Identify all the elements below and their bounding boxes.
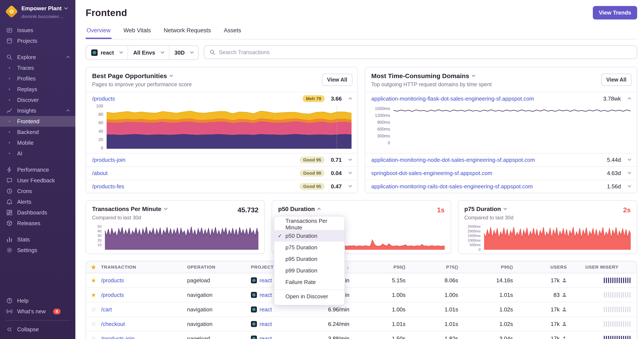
sidebar-item-mobile[interactable]: Mobile — [0, 137, 75, 148]
column-header-operation[interactable]: OPERATION — [187, 265, 251, 270]
project-link[interactable]: react — [260, 306, 272, 313]
p75-cell: 1.01s — [410, 321, 462, 328]
view-all-pages-button[interactable]: View All — [322, 74, 352, 86]
column-header-p75-[interactable]: P75() — [410, 265, 462, 270]
search-transactions[interactable] — [204, 45, 637, 59]
sidebar-item-settings[interactable]: Settings — [0, 245, 75, 256]
menu-item-open-in-discover[interactable]: Open in Discover — [274, 290, 344, 303]
sidebar-item-releases[interactable]: Releases — [0, 218, 75, 229]
menu-item-failure-rate[interactable]: Failure Rate — [274, 276, 344, 288]
chevron-up-icon[interactable] — [628, 97, 631, 101]
sidebar-item-alerts[interactable]: Alerts — [0, 196, 75, 207]
star-empty-icon[interactable]: ☆ — [86, 321, 101, 328]
project-link[interactable]: react — [260, 277, 272, 284]
project-filter[interactable]: react — [86, 46, 128, 59]
org-switcher[interactable]: Empower Plant dominik.buszowiec… — [0, 0, 75, 25]
project-link[interactable]: react — [260, 292, 272, 298]
sidebar-item-profiles[interactable]: Profiles — [0, 73, 75, 84]
column-header-users[interactable]: USERS — [517, 265, 571, 270]
star-empty-icon[interactable]: ☆ — [86, 306, 101, 313]
menu-item-transactions-per-minute[interactable]: Transactions Per Minute — [274, 219, 344, 230]
domain-link[interactable]: application-monitoring-rails-dot-sales-e… — [371, 183, 533, 190]
transaction-link[interactable]: /products-join — [101, 335, 134, 339]
sidebar-item-help[interactable]: Help — [0, 295, 75, 306]
page-link[interactable]: /about — [92, 170, 108, 177]
column-header-transaction[interactable]: TRANSACTION — [101, 265, 187, 270]
chevron-down-icon[interactable] — [348, 184, 352, 187]
domain-link[interactable]: application-monitoring-node-dot-sales-en… — [371, 157, 535, 163]
sidebar-item-crons[interactable]: Crons — [0, 186, 75, 196]
stats-icon — [6, 236, 13, 243]
star-empty-icon[interactable]: ☆ — [86, 335, 101, 339]
tab-overview[interactable]: Overview — [86, 24, 112, 39]
view-trends-button[interactable]: View Trends — [593, 6, 637, 19]
tab-web-vitals[interactable]: Web Vitals — [123, 24, 152, 39]
date-range-filter[interactable]: 30D — [169, 46, 198, 59]
bullet-icon — [6, 96, 13, 103]
chevron-down-icon[interactable] — [628, 184, 631, 187]
page-link[interactable]: /products-fes — [92, 183, 124, 190]
project-link[interactable]: react — [260, 321, 272, 328]
transaction-link[interactable]: /products — [101, 277, 124, 284]
chevron-up-icon[interactable] — [348, 97, 352, 101]
star-filled-icon[interactable]: ★ — [86, 292, 101, 299]
menu-item-p95-duration[interactable]: p95 Duration — [274, 253, 344, 265]
menu-item-p50-duration[interactable]: ✓p50 Duration — [274, 230, 344, 242]
row-metrics: 5.44d — [601, 157, 631, 163]
axis-tick: 40 — [98, 129, 103, 133]
row-line: /aboutGood 990.04 — [92, 167, 352, 180]
sidebar-item-dashboards[interactable]: Dashboards — [0, 207, 75, 218]
misery-bar — [616, 278, 618, 283]
environment-filter[interactable]: All Envs — [128, 46, 169, 59]
tab-network-requests[interactable]: Network Requests — [163, 24, 212, 39]
sidebar-item-issues[interactable]: Issues — [0, 25, 75, 35]
project-link[interactable]: react — [260, 335, 272, 339]
transaction-link[interactable]: /products — [101, 292, 124, 298]
misery-bar — [604, 307, 605, 312]
help-icon — [6, 297, 13, 304]
column-header-user-misery[interactable]: USER MISERY — [571, 265, 637, 270]
sidebar-item-frontend[interactable]: Frontend — [0, 116, 75, 127]
view-all-domains-button[interactable]: View All — [601, 74, 632, 86]
metric-selector[interactable]: p75 Duration — [464, 206, 631, 213]
page-link[interactable]: /products — [92, 95, 115, 102]
chevron-down-icon[interactable] — [628, 157, 631, 161]
sidebar-item-discover[interactable]: Discover — [0, 95, 75, 105]
sidebar-item-stats[interactable]: Stats — [0, 234, 75, 245]
domain-link[interactable]: application-monitoring-flask-dot-sales-e… — [371, 95, 534, 102]
domain-link[interactable]: springboot-dot-sales-engineering-sf.apps… — [371, 170, 492, 177]
sidebar-item-collapse[interactable]: Collapse — [0, 324, 75, 335]
sidebar-item-user-feedback[interactable]: User Feedback — [0, 175, 75, 186]
sidebar-item-performance[interactable]: Performance — [0, 164, 75, 175]
search-input[interactable] — [219, 49, 632, 56]
sidebar-item-replays[interactable]: Replays — [0, 84, 75, 95]
transaction-link[interactable]: /checkout — [101, 321, 125, 327]
sidebar-item-traces[interactable]: Traces — [0, 62, 75, 73]
misery-bar — [627, 321, 628, 327]
tab-assets[interactable]: Assets — [223, 24, 242, 39]
transaction-link[interactable]: /cart — [101, 306, 112, 313]
metric-selector[interactable]: p50 Duration — [278, 206, 444, 213]
sidebar-item-backend[interactable]: Backend — [0, 127, 75, 137]
sidebar-item-what-s-new[interactable]: What's new4 — [0, 306, 75, 317]
sidebar-item-explore[interactable]: Explore — [0, 52, 75, 62]
sidebar-item-projects[interactable]: Projects — [0, 35, 75, 46]
page-opportunity-row: /aboutGood 990.04 — [86, 166, 358, 180]
column-header-p95-[interactable]: P95() — [462, 265, 517, 270]
bullet-icon — [6, 75, 13, 82]
p75-cell: 1.00s — [410, 292, 462, 298]
chevron-down-icon[interactable] — [628, 171, 631, 174]
chevron-down-icon[interactable] — [348, 157, 352, 161]
sidebar-item-insights[interactable]: Insights — [0, 105, 75, 116]
metric-selector[interactable]: Transactions Per Minute — [92, 206, 258, 213]
menu-item-p99-duration[interactable]: p99 Duration — [274, 265, 344, 276]
misery-bar — [608, 307, 609, 312]
sidebar-item-ai[interactable]: AI — [0, 148, 75, 159]
chevron-down-icon[interactable] — [348, 171, 352, 174]
operation-cell: pageload — [187, 335, 251, 339]
column-header-p50-[interactable]: P50() — [354, 265, 410, 270]
star-filled-icon[interactable]: ★ — [86, 277, 101, 284]
menu-item-p75-duration[interactable]: p75 Duration — [274, 242, 344, 253]
page-link[interactable]: /products-join — [92, 157, 126, 163]
misery-bar — [608, 321, 609, 327]
